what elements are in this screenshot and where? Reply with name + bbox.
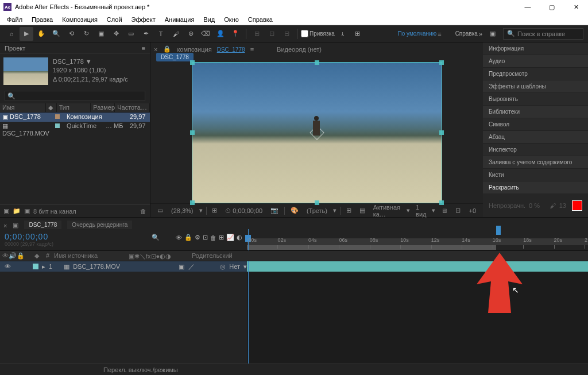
- panel-paragraph[interactable]: Абзац: [483, 131, 588, 144]
- tl-switch2-icon[interactable]: ⊡: [203, 234, 208, 241]
- menu-animation[interactable]: Анимация: [160, 15, 199, 24]
- orbit-tool-icon[interactable]: ⟲: [64, 27, 78, 41]
- layer-switches[interactable]: ▣ ／: [179, 262, 196, 271]
- panel-menu-icon[interactable]: ≡: [142, 45, 145, 52]
- text-tool-icon[interactable]: T: [154, 27, 168, 41]
- panel-brushes[interactable]: Кисти: [483, 169, 588, 181]
- expand-panels-icon[interactable]: »: [479, 30, 482, 37]
- timeline-timecode[interactable]: 0;00;00;00: [5, 232, 53, 241]
- snap-opt2-icon[interactable]: ⊞: [351, 27, 365, 41]
- vc-guides-icon[interactable]: ▤: [357, 207, 368, 214]
- layer-parent-dropdown[interactable]: Нет: [229, 263, 240, 270]
- trash-icon[interactable]: 🗑: [140, 208, 146, 215]
- vc-time[interactable]: ⏲ 0;00;00;00: [223, 207, 265, 214]
- layer-visibility-icon[interactable]: 👁: [5, 263, 11, 270]
- vc-channel-icon[interactable]: 🎨: [288, 207, 301, 214]
- panel-preview[interactable]: Предпросмотр: [483, 68, 588, 80]
- timeline-ruler[interactable]: :00s 02s 04s 06s 08s 10s 12s 14s 16s 18s…: [247, 229, 588, 250]
- hand-tool-icon[interactable]: ✋: [34, 27, 48, 41]
- vc-views-dropdown[interactable]: 1 вид: [413, 204, 428, 218]
- opacity-value[interactable]: 0 %: [529, 202, 540, 209]
- snap-opt1-icon[interactable]: ⫰: [336, 27, 350, 41]
- project-row-footage[interactable]: ▦ DSC_1778.MOV QuickTime … МБ 29,97: [0, 122, 150, 131]
- panel-align[interactable]: Выровнять: [483, 93, 588, 106]
- timeline-tab[interactable]: DSC_1778: [24, 221, 61, 229]
- vc-share-icon[interactable]: 🖥: [439, 207, 450, 214]
- selection-tool-icon[interactable]: ▶: [20, 27, 33, 41]
- anchor-tool-icon[interactable]: ✥: [109, 27, 123, 41]
- align-1-icon[interactable]: ⊞: [250, 27, 264, 41]
- search-community-icon[interactable]: ▣: [486, 27, 500, 41]
- vc-camera-dropdown[interactable]: Активная ка…: [371, 204, 403, 218]
- panel-libraries[interactable]: Библиотеки: [483, 106, 588, 118]
- menu-help[interactable]: Справка: [243, 15, 277, 24]
- help-link[interactable]: Справка: [455, 30, 478, 37]
- tl-switch1-icon[interactable]: ⚙: [195, 234, 200, 241]
- panel-tracker[interactable]: Инспектор: [483, 144, 588, 156]
- maximize-button[interactable]: ▢: [540, 0, 564, 14]
- shape-tool-icon[interactable]: ▭: [124, 27, 138, 41]
- menu-effect[interactable]: Эффект: [127, 15, 160, 24]
- flow-value[interactable]: 13: [559, 202, 566, 209]
- eraser-tool-icon[interactable]: ⌫: [199, 27, 212, 41]
- vc-alpha-icon[interactable]: ▭: [155, 207, 165, 214]
- new-folder-icon[interactable]: 📁: [13, 207, 21, 215]
- project-row-composition[interactable]: ▣ DSC_1778 Композиция 29,97: [0, 113, 150, 122]
- tl-switch4-icon[interactable]: ⊞: [219, 234, 224, 241]
- timeline-tab-close[interactable]: ×: [3, 222, 7, 229]
- composition-canvas[interactable]: [192, 62, 442, 203]
- brush-tool-icon[interactable]: 🖌: [169, 27, 183, 41]
- puppet-tool-icon[interactable]: 📍: [229, 27, 242, 41]
- minimize-button[interactable]: —: [516, 0, 540, 14]
- menu-edit[interactable]: Правка: [27, 15, 57, 24]
- tl-mb-icon[interactable]: ◐: [237, 234, 242, 241]
- layer-parent-pickwhip-icon[interactable]: ◎: [220, 263, 226, 270]
- panel-character[interactable]: Символ: [483, 118, 588, 131]
- menu-view[interactable]: Вид: [199, 15, 219, 24]
- menu-file[interactable]: Файл: [2, 15, 27, 24]
- toggle-switches-label[interactable]: Перекл. выключ./режимы: [103, 366, 178, 373]
- layer-row[interactable]: 👁 ▸ 1 ▦ DSC_1778.MOV ▣ ／ ◎ Нет ▾: [0, 261, 247, 272]
- paint-color-swatch[interactable]: [572, 200, 582, 211]
- render-queue-tab[interactable]: Очередь рендеринга: [67, 221, 132, 229]
- menu-composition[interactable]: Композиция: [57, 15, 102, 24]
- camera-tool-icon[interactable]: ▣: [94, 27, 108, 41]
- vc-mask-dropdown[interactable]: (Треть): [304, 207, 330, 214]
- stamp-tool-icon[interactable]: ⊛: [184, 27, 198, 41]
- workspace-dropdown[interactable]: По умолчанию: [398, 30, 437, 37]
- composition-tab-close[interactable]: ×: [154, 46, 157, 53]
- vc-grid-icon[interactable]: ⊞: [344, 207, 354, 214]
- panel-content-aware-fill[interactable]: Заливка с учетом содержимого: [483, 156, 588, 169]
- bpc-label[interactable]: 8 бит на канал: [33, 208, 76, 215]
- timeline-tracks[interactable]: [247, 261, 588, 364]
- zoom-tool-icon[interactable]: 🔍: [49, 27, 63, 41]
- panel-audio[interactable]: Аудио: [483, 55, 588, 68]
- vc-snapshot-icon[interactable]: 📷: [268, 207, 281, 214]
- composition-tab-lock-icon[interactable]: 🔒: [163, 45, 171, 53]
- align-3-icon[interactable]: ⊟: [280, 27, 293, 41]
- vc-zoom-dropdown[interactable]: (28,3%): [169, 207, 196, 214]
- tl-shy-icon[interactable]: 👁: [176, 234, 182, 241]
- snap-checkbox[interactable]: [301, 30, 308, 37]
- panel-effects[interactable]: Эффекты и шаблоны: [483, 80, 588, 93]
- workspace-menu-icon[interactable]: ≡: [438, 30, 441, 37]
- composition-flowchart-tab[interactable]: DSC_1778: [156, 53, 194, 61]
- panel-information[interactable]: Информация: [483, 42, 588, 55]
- panel-paint[interactable]: Раскрасить: [483, 181, 588, 194]
- tl-switch3-icon[interactable]: 🗑: [210, 234, 216, 241]
- help-search-input[interactable]: 🔍 Поиск в справке: [503, 28, 583, 40]
- rotate-tool-icon[interactable]: ↻: [79, 27, 93, 41]
- align-2-icon[interactable]: ⊡: [265, 27, 278, 41]
- tl-lock-icon[interactable]: 🔒: [184, 234, 192, 241]
- layer-color-swatch[interactable]: [33, 264, 38, 269]
- project-search-input[interactable]: 🔍: [5, 91, 145, 101]
- menu-layer[interactable]: Слой: [102, 15, 127, 24]
- menu-window[interactable]: Окно: [219, 15, 243, 24]
- vc-3d-icon[interactable]: ⊡: [453, 207, 463, 214]
- interpret-footage-icon[interactable]: ▣: [3, 207, 9, 215]
- new-comp-icon[interactable]: ▣: [24, 207, 30, 215]
- pen-tool-icon[interactable]: ✒: [139, 27, 153, 41]
- vc-resolution-icon[interactable]: ⊞: [210, 207, 219, 214]
- home-icon[interactable]: ⌂: [5, 27, 18, 41]
- tl-graph-icon[interactable]: 📈: [226, 234, 234, 241]
